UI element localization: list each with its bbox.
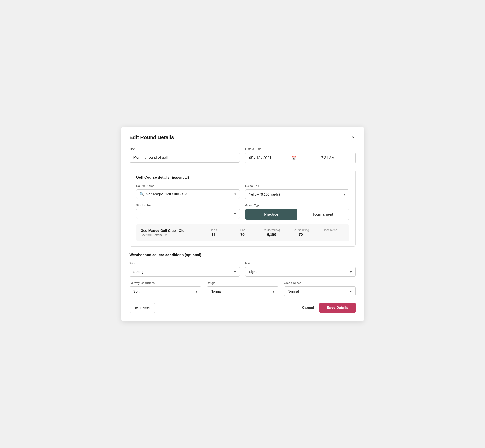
yards-stat: Yards(Yellow) 6,156 [257,229,286,237]
date-time-label: Date & Time [245,147,356,151]
course-rating-value: 70 [286,233,315,237]
holes-stat: Holes 18 [199,229,228,237]
date-time-row: 05 / 12 / 2021 📅 7:31 AM [245,152,356,163]
footer-row: 🗑 Delete Cancel Save Details [129,303,356,313]
modal-header: Edit Round Details × [129,134,356,141]
delete-label: Delete [140,306,150,310]
course-name-display: Gog Magog Golf Club - Old, [141,229,199,232]
par-label: Par [228,229,257,232]
fairway-dropdown[interactable]: SoftNormalHard [129,286,201,296]
rough-label: Rough [207,281,278,285]
date-field[interactable]: 05 / 12 / 2021 📅 [245,152,300,163]
rough-wrapper: SoftNormalHard ▼ [207,286,278,296]
starting-hole-label: Starting Hole [136,204,240,207]
date-value: 05 / 12 / 2021 [249,156,271,160]
golf-course-title: Golf Course details (Essential) [136,176,349,180]
starting-hole-dropdown[interactable]: 12345678910 [136,209,240,219]
rough-dropdown[interactable]: SoftNormalHard [207,286,278,296]
course-rating-label: Course rating [286,229,315,232]
yards-label: Yards(Yellow) [257,229,286,232]
title-field-group: Title [129,147,240,163]
par-value: 70 [228,233,257,237]
holes-value: 18 [199,233,228,237]
rain-dropdown[interactable]: NoneLightModerateHeavy [245,267,356,277]
green-speed-dropdown[interactable]: SlowNormalFast [284,286,356,296]
fairway-label: Fairway Conditions [129,281,201,285]
trash-icon: 🗑 [135,306,138,310]
footer-right: Cancel Save Details [302,303,356,313]
weather-section: Weather and course conditions (optional)… [129,253,356,296]
slope-rating-stat: Slope rating - [315,229,345,237]
course-name-search-wrapper: 🔍 × [136,189,240,199]
search-icon: 🔍 [140,192,144,196]
time-value: 7:31 AM [321,156,335,160]
modal-title: Edit Round Details [129,135,174,140]
green-speed-group: Green Speed SlowNormalFast ▼ [284,281,356,296]
title-label: Title [129,147,240,151]
wind-rain-row: Wind NoneLightModerateStrong ▼ Rain None… [129,262,356,277]
slope-rating-value: - [315,233,345,237]
course-info-name-group: Gog Magog Golf Club - Old, Shelford Bott… [141,229,199,237]
game-type-toggle: Practice Tournament [245,209,349,220]
rain-label: Rain [245,262,356,265]
conditions-row: Fairway Conditions SoftNormalHard ▼ Roug… [129,281,356,296]
delete-button[interactable]: 🗑 Delete [129,303,155,313]
course-rating-stat: Course rating 70 [286,229,315,237]
select-tee-wrapper: Yellow (6,156 yards)WhiteRedBlue ▼ [245,189,349,199]
par-stat: Par 70 [228,229,257,237]
edit-round-modal: Edit Round Details × Title Date & Time 0… [121,127,364,321]
game-type-group: Game Type Practice Tournament [245,204,349,220]
time-field[interactable]: 7:31 AM [300,152,356,163]
save-button[interactable]: Save Details [319,303,356,313]
cancel-button[interactable]: Cancel [302,306,314,310]
hole-gametype-row: Starting Hole 12345678910 ▼ Game Type Pr… [136,204,349,220]
yards-value: 6,156 [257,233,286,237]
starting-hole-group: Starting Hole 12345678910 ▼ [136,204,240,220]
wind-wrapper: NoneLightModerateStrong ▼ [129,267,240,277]
course-tee-row: Course Name 🔍 × Select Tee Yellow (6,156… [136,184,349,199]
rain-group: Rain NoneLightModerateHeavy ▼ [245,262,356,277]
wind-group: Wind NoneLightModerateStrong ▼ [129,262,240,277]
holes-label: Holes [199,229,228,232]
close-button[interactable]: × [351,134,356,141]
course-name-clear-button[interactable]: × [234,192,236,196]
fairway-wrapper: SoftNormalHard ▼ [129,286,201,296]
game-type-label: Game Type [245,204,349,207]
weather-title: Weather and course conditions (optional) [129,253,356,257]
golf-course-section: Golf Course details (Essential) Course N… [129,170,356,247]
green-speed-wrapper: SlowNormalFast ▼ [284,286,356,296]
top-fields: Title Date & Time 05 / 12 / 2021 📅 7:31 … [129,147,356,163]
course-name-group: Course Name 🔍 × [136,184,240,199]
starting-hole-wrapper: 12345678910 ▼ [136,209,240,219]
wind-dropdown[interactable]: NoneLightModerateStrong [129,267,240,277]
wind-label: Wind [129,262,240,265]
slope-rating-label: Slope rating [315,229,345,232]
tournament-button[interactable]: Tournament [297,209,349,220]
select-tee-dropdown[interactable]: Yellow (6,156 yards)WhiteRedBlue [245,189,349,199]
rain-wrapper: NoneLightModerateHeavy ▼ [245,267,356,277]
date-time-field-group: Date & Time 05 / 12 / 2021 📅 7:31 AM [245,147,356,163]
calendar-icon: 📅 [291,155,297,160]
select-tee-group: Select Tee Yellow (6,156 yards)WhiteRedB… [245,184,349,199]
green-speed-label: Green Speed [284,281,356,285]
rough-group: Rough SoftNormalHard ▼ [207,281,278,296]
title-input[interactable] [129,152,240,162]
fairway-group: Fairway Conditions SoftNormalHard ▼ [129,281,201,296]
course-name-label: Course Name [136,184,240,188]
select-tee-label: Select Tee [245,184,349,188]
course-location: Shelford Bottom, UK [141,233,199,237]
course-name-input[interactable] [146,192,232,196]
course-info-card: Gog Magog Golf Club - Old, Shelford Bott… [136,224,349,241]
practice-button[interactable]: Practice [245,209,297,220]
